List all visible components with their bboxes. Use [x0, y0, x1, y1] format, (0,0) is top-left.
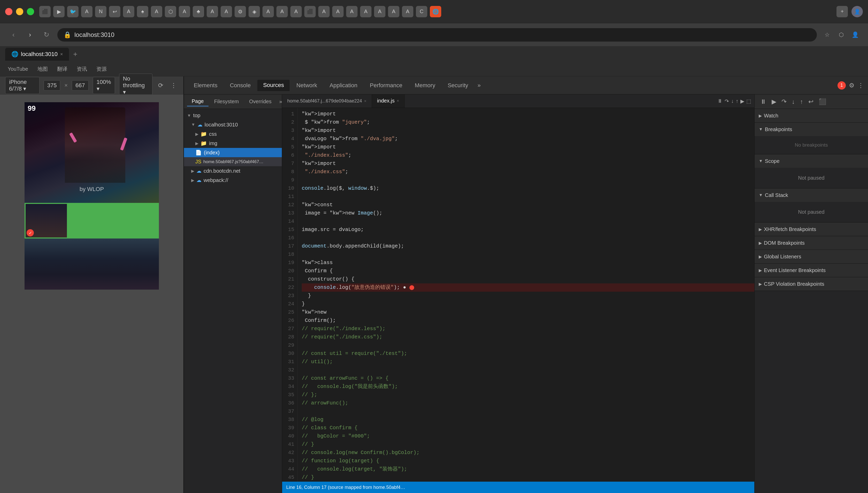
tabs-more[interactable]: »	[475, 82, 483, 89]
app-icon-28[interactable]: C	[416, 6, 427, 17]
file-tab-page[interactable]: Page	[187, 97, 208, 106]
zoom-selector[interactable]: 100% ▾	[93, 77, 115, 94]
step-over-icon[interactable]: ↷	[725, 98, 729, 104]
width-input[interactable]: 375	[44, 80, 60, 91]
section-header-csp[interactable]: ▶ CSP Violation Breakpoints	[755, 277, 868, 291]
traffic-red[interactable]	[5, 8, 13, 15]
tree-cdn[interactable]: ▶ ☁ cdn.bootcdn.net	[184, 166, 282, 175]
code-tab-home-close[interactable]: ×	[364, 99, 366, 104]
dbg-step-out[interactable]: ↑	[799, 97, 805, 107]
dbg-step-into[interactable]: ↓	[790, 97, 797, 107]
pause-icon[interactable]: ⏸	[717, 98, 723, 104]
bookmark-news[interactable]: 资讯	[74, 65, 90, 73]
code-tab-home[interactable]: home.50abf467.j...679de094bae224 ×	[282, 94, 372, 108]
code-tab-indexjs-close[interactable]: ×	[396, 99, 399, 103]
app-icon-9[interactable]: A	[151, 6, 162, 17]
dbg-resume[interactable]: ▶	[770, 97, 778, 107]
section-header-callstack[interactable]: ▼ Call Stack	[755, 188, 868, 202]
tab-elements[interactable]: Elements	[188, 80, 223, 91]
rotate-icon[interactable]: ⟳	[157, 80, 165, 91]
tab-close-button[interactable]: ×	[60, 51, 63, 57]
app-icon-29[interactable]: 🌐	[430, 6, 441, 17]
app-icon-23[interactable]: A	[346, 6, 357, 17]
extension-icon[interactable]: ⬡	[836, 30, 846, 40]
address-bar[interactable]: 🔒 localhost:3010	[57, 28, 817, 42]
new-tab-button[interactable]: +	[70, 49, 80, 59]
profile-icon[interactable]: 👤	[850, 30, 860, 40]
traffic-green[interactable]	[27, 8, 34, 15]
app-icon-24[interactable]: A	[360, 6, 371, 17]
tab-security[interactable]: Security	[442, 80, 474, 91]
tree-webpack[interactable]: ▶ ☁ webpack://	[184, 175, 282, 185]
section-header-event-listeners[interactable]: ▶ Event Listener Breakpoints	[755, 263, 868, 277]
app-icon-20[interactable]: ⬛	[304, 6, 316, 17]
app-icon-7[interactable]: A	[123, 6, 134, 17]
section-header-global[interactable]: ▶ Global Listeners	[755, 250, 868, 263]
reload-button[interactable]: ↻	[41, 29, 52, 41]
tab-sources[interactable]: Sources	[257, 80, 290, 91]
section-header-watch[interactable]: ▶ Watch	[755, 109, 868, 122]
traffic-yellow[interactable]	[16, 8, 23, 15]
back-button[interactable]: ‹	[8, 29, 19, 41]
forward-button[interactable]: ›	[24, 29, 36, 41]
app-icon-21[interactable]: A	[318, 6, 330, 17]
settings-icon[interactable]: ⚙	[849, 82, 854, 89]
bookmark-map[interactable]: 地图	[35, 65, 50, 73]
app-icon-18[interactable]: A	[276, 6, 288, 17]
dbg-deactivate[interactable]: ⬛	[817, 97, 828, 107]
app-icon-13[interactable]: A	[207, 6, 218, 17]
app-icon-4[interactable]: A	[81, 6, 92, 17]
height-input[interactable]: 667	[72, 80, 88, 91]
app-icon-26[interactable]: A	[388, 6, 399, 17]
step-into-icon[interactable]: ↓	[731, 98, 734, 104]
app-icon-14[interactable]: A	[221, 6, 232, 17]
tab-application[interactable]: Application	[324, 80, 363, 91]
tree-home-js[interactable]: JS home.50abf467.js?50abf4679de094bae224	[184, 157, 282, 166]
app-icon-22[interactable]: A	[332, 6, 344, 17]
more-icon[interactable]: ⋮	[858, 82, 864, 89]
tab-network[interactable]: Network	[291, 80, 323, 91]
file-tab-overrides[interactable]: Overrides	[244, 97, 276, 106]
dbg-step-back[interactable]: ↩	[807, 97, 815, 107]
section-header-xhr[interactable]: ▶ XHR/fetch Breakpoints	[755, 222, 868, 236]
app-icon-19[interactable]: A	[290, 6, 302, 17]
section-header-breakpoints[interactable]: ▼ Breakpoints	[755, 123, 868, 136]
step-out-icon[interactable]: ↑	[736, 98, 738, 104]
app-icon-11[interactable]: A	[179, 6, 190, 17]
section-header-dom[interactable]: ▶ DOM Breakpoints	[755, 236, 868, 250]
app-icon-6[interactable]: ↩	[109, 6, 120, 17]
tree-index[interactable]: 📄 (index)	[184, 148, 282, 157]
file-tab-filesystem[interactable]: Filesystem	[209, 97, 244, 106]
tree-localhost[interactable]: ▼ ☁ localhost:3010	[184, 120, 282, 129]
tab-console[interactable]: Console	[224, 80, 256, 91]
section-header-scope[interactable]: ▼ Scope	[755, 154, 868, 168]
tree-img[interactable]: ▶ 📁 img	[184, 138, 282, 148]
app-icon-15[interactable]: ⚙	[234, 6, 246, 17]
app-icon-3[interactable]: 🐦	[67, 6, 79, 17]
active-tab[interactable]: 🌐 localhost:3010 ×	[5, 48, 69, 61]
dbg-step-over[interactable]: ↷	[780, 97, 788, 107]
deactivate-icon[interactable]: ⬚	[746, 98, 751, 104]
tree-top[interactable]: ▼ top	[184, 111, 282, 120]
device-selector[interactable]: iPhone 6/7/8 ▾	[5, 77, 40, 94]
app-icon-8[interactable]: ♠	[137, 6, 148, 17]
app-icon-10[interactable]: ⬡	[165, 6, 176, 17]
app-icon-16[interactable]: ◈	[249, 6, 260, 17]
star-icon[interactable]: ☆	[822, 30, 832, 40]
app-icon-12[interactable]: ♣	[193, 6, 204, 17]
continue-icon[interactable]: ▶	[740, 98, 744, 104]
bookmark-resources[interactable]: 资源	[94, 65, 109, 73]
tree-css[interactable]: ▶ 📁 css	[184, 129, 282, 138]
app-icon-25[interactable]: A	[374, 6, 386, 17]
bookmark-translate[interactable]: 翻译	[55, 65, 70, 73]
app-icon-27[interactable]: A	[402, 6, 413, 17]
dbg-pause[interactable]: ⏸	[759, 97, 768, 107]
tab-memory[interactable]: Memory	[409, 80, 441, 91]
app-icon-2[interactable]: ▶	[53, 6, 65, 17]
bookmark-youtube[interactable]: YouTube	[5, 65, 31, 73]
throttle-selector[interactable]: No throttling ▾	[119, 73, 152, 97]
tab-performance[interactable]: Performance	[364, 80, 408, 91]
app-icon-5[interactable]: N	[95, 6, 106, 17]
app-icon-1[interactable]: ⬛	[39, 6, 50, 17]
code-tab-indexjs[interactable]: index.js ×	[372, 94, 405, 108]
